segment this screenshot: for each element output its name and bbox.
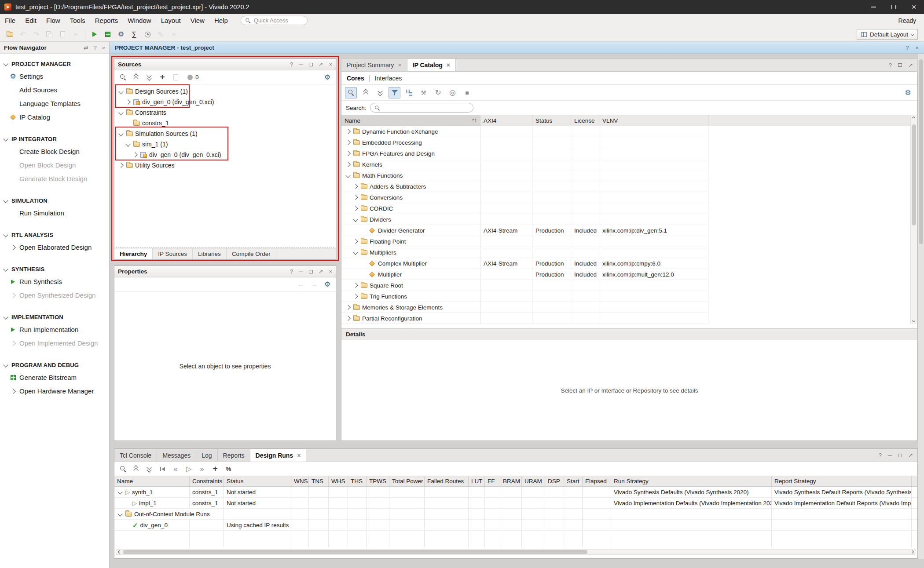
scroll-left-icon[interactable] [118, 550, 121, 553]
expander[interactable] [352, 295, 359, 298]
source-tree-item-div-gen-0[interactable]: div_gen_0 (div_gen_0.xci) [114, 97, 336, 107]
help-icon[interactable]: ? [889, 62, 892, 68]
layout-selector[interactable]: Default Layout [857, 29, 918, 40]
ip-row-dividers[interactable]: Dividers [341, 214, 708, 225]
expander[interactable] [352, 196, 359, 199]
ip-row-multiplier[interactable]: MultiplierProductionIncludedxilinx.com:i… [341, 269, 708, 280]
edit-button[interactable]: ✎ [154, 29, 167, 40]
create-run-button[interactable]: + [209, 464, 221, 474]
close-icon[interactable]: × [329, 269, 332, 274]
sources-tab-ip-sources[interactable]: IP Sources [153, 248, 193, 259]
collapse-all-button[interactable] [359, 87, 371, 98]
launch-runs-button[interactable]: ▷ [183, 464, 194, 474]
scroll-down-icon[interactable] [912, 319, 915, 322]
column-header-dsp[interactable]: DSP [545, 476, 564, 486]
source-tree-item-constraints[interactable]: Constraints [114, 107, 336, 118]
close-button[interactable]: × [904, 0, 924, 14]
source-tree-item-sim-1[interactable]: sim_1 (1) [114, 139, 336, 149]
run-row-div-gen-0[interactable]: ✓div_gen_0Using cached IP results [114, 520, 917, 531]
ip-row-square-root[interactable]: Square Root [341, 280, 708, 291]
expander[interactable] [345, 141, 351, 144]
flownav-section-header-simulation[interactable]: SIMULATION [0, 195, 109, 206]
expand-all-button[interactable] [374, 87, 386, 98]
sources-tab-libraries[interactable]: Libraries [193, 248, 227, 259]
flownav-item-run-synthesis[interactable]: Run Synthesis [0, 275, 109, 288]
source-tree-item-div-gen-0[interactable]: div_gen_0 (div_gen_0.xci) [114, 149, 336, 160]
column-header-uram[interactable]: URAM [522, 476, 545, 486]
settings-gear-button[interactable]: ⚙ [322, 72, 333, 83]
column-header-failed-routes[interactable]: Failed Routes [425, 476, 469, 486]
subtab-interfaces[interactable]: Interfaces [375, 75, 402, 82]
column-header-start[interactable]: Start [564, 476, 583, 486]
close-tab-icon[interactable]: × [398, 62, 401, 68]
search-button[interactable] [117, 464, 128, 474]
run-row-out-of-context-module-runs[interactable]: Out-of-Context Module Runs [114, 509, 917, 520]
close-tab-icon[interactable]: × [447, 62, 450, 68]
column-header-name[interactable]: Name^1 [341, 115, 480, 126]
flownav-item-open-implemented-design[interactable]: Open Implemented Design [0, 336, 109, 350]
column-header-lut[interactable]: LUT [469, 476, 485, 486]
generate-bitstream-button[interactable] [102, 29, 114, 40]
source-tree-item-design-sources[interactable]: Design Sources (1) [114, 86, 336, 97]
step-back-button[interactable]: « [170, 464, 181, 474]
target-button[interactable]: ◎ [447, 87, 458, 98]
column-header-vlnv[interactable]: VLNV [599, 115, 708, 126]
forward-button[interactable]: → [308, 279, 320, 290]
flownav-item-language-templates[interactable]: Language Templates [0, 97, 109, 110]
column-header-tpws[interactable]: TPWS [367, 476, 389, 486]
expander[interactable] [118, 132, 124, 135]
expand-all-button[interactable] [143, 72, 155, 83]
stop-button[interactable]: ■ [461, 87, 473, 98]
ip-row-partial-reconfiguration[interactable]: Partial Reconfiguration [341, 313, 708, 324]
column-header-name[interactable]: Name [114, 476, 190, 486]
column-header-license[interactable]: License [571, 115, 599, 126]
expander[interactable] [352, 251, 359, 254]
minimize-icon[interactable]: ─ [299, 269, 303, 274]
flownav-item-open-hardware-manager[interactable]: Open Hardware Manager [0, 384, 109, 398]
flownav-section-header-program-and-debug[interactable]: PROGRAM AND DEBUG [0, 359, 109, 371]
expander[interactable] [118, 90, 124, 93]
help-icon[interactable]: ? [906, 44, 909, 51]
settings-button[interactable]: ⚙ [115, 29, 127, 40]
help-icon[interactable]: ? [94, 45, 97, 51]
ip-row-kernels[interactable]: Kernels [341, 159, 708, 170]
tab-design-runs[interactable]: Design Runs× [250, 449, 307, 462]
ip-row-math-functions[interactable]: Math Functions [341, 170, 708, 181]
column-header-tns[interactable]: TNS [309, 476, 329, 486]
flownav-section-header-ip-integrator[interactable]: IP INTEGRATOR [0, 133, 109, 145]
dock-icon[interactable]: ⇄ [84, 45, 88, 51]
scroll-right-icon[interactable] [911, 550, 914, 553]
expander[interactable] [117, 512, 123, 516]
subtab-cores[interactable]: Cores [347, 75, 364, 82]
horizontal-scrollbar[interactable] [116, 549, 916, 555]
tab-reports[interactable]: Reports [218, 449, 250, 462]
paste-button[interactable] [56, 29, 69, 40]
column-header-constraints[interactable]: Constraints [190, 476, 224, 486]
expander[interactable] [352, 207, 359, 210]
flownav-item-add-sources[interactable]: Add Sources [0, 83, 109, 97]
search-button[interactable] [117, 72, 128, 83]
scroll-up-icon[interactable] [912, 117, 915, 120]
expander[interactable] [345, 174, 351, 177]
menu-file[interactable]: File [0, 14, 20, 27]
ip-search-input[interactable] [370, 103, 473, 113]
run-row-impl-1[interactable]: ▷impl_1constrs_1Not startedVivado Implem… [114, 498, 917, 509]
ip-row-complex-multiplier[interactable]: Complex MultiplierAXI4-StreamProductionI… [341, 258, 708, 269]
source-tree-item-utility-sources[interactable]: Utility Sources [114, 160, 336, 171]
expander[interactable] [345, 317, 351, 320]
external-icon[interactable]: ↗ [319, 62, 323, 67]
filter-button[interactable] [389, 87, 400, 98]
menu-view[interactable]: View [186, 14, 209, 27]
flownav-item-generate-block-design[interactable]: Generate Block Design [0, 172, 109, 186]
expander[interactable] [125, 100, 131, 104]
reset-runs-button[interactable] [157, 464, 168, 474]
back-button[interactable]: ← [295, 279, 307, 290]
ip-row-fpga-features-and-design[interactable]: FPGA Features and Design [341, 148, 708, 159]
column-header-bram[interactable]: BRAM [500, 476, 522, 486]
expander[interactable] [352, 185, 359, 188]
expander[interactable] [352, 284, 359, 287]
settings-gear-button[interactable]: ⚙ [322, 279, 333, 290]
source-tree-item-constrs-1[interactable]: constrs_1 [114, 118, 336, 128]
menu-layout[interactable]: Layout [156, 14, 186, 27]
expand-all-button[interactable] [143, 464, 155, 474]
